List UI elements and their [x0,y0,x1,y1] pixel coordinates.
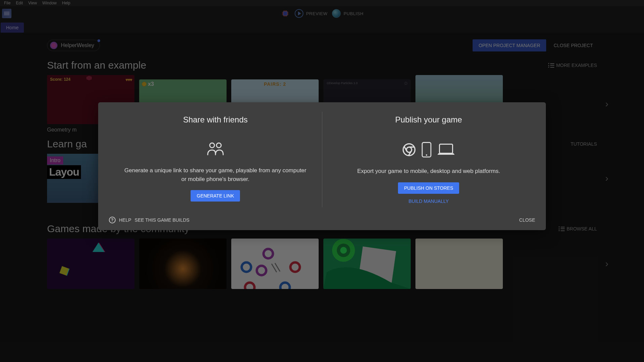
publish-description: Export your game to mobile, desktop and … [357,167,500,176]
build-manually-link[interactable]: BUILD MANUALLY [408,198,449,204]
platforms-icon-group [402,142,455,157]
export-dialog: Share with friends Generate a unique lin… [98,102,546,230]
help-icon: ? [109,217,116,223]
publish-section: Publish your game Export your game to mo… [322,112,535,207]
svg-point-33 [426,154,427,156]
laptop-icon [437,143,455,156]
svg-point-26 [216,143,221,148]
help-link[interactable]: HELP [119,217,131,223]
see-builds-link[interactable]: SEE THIS GAME BUILDS [135,217,190,223]
chrome-icon [402,143,416,157]
share-description: Generate a unique link to share your gam… [122,166,309,183]
svg-point-25 [210,143,214,148]
people-icon [206,142,225,157]
share-title: Share with friends [183,115,248,124]
svg-rect-34 [440,144,453,153]
share-section: Share with friends Generate a unique lin… [109,112,322,207]
generate-link-button[interactable]: GENERATE LINK [191,190,240,202]
mobile-icon [421,142,432,157]
close-button[interactable]: CLOSE [519,217,535,223]
publish-stores-button[interactable]: PUBLISH ON STORES [398,182,459,194]
publish-title: Publish your game [395,115,462,124]
